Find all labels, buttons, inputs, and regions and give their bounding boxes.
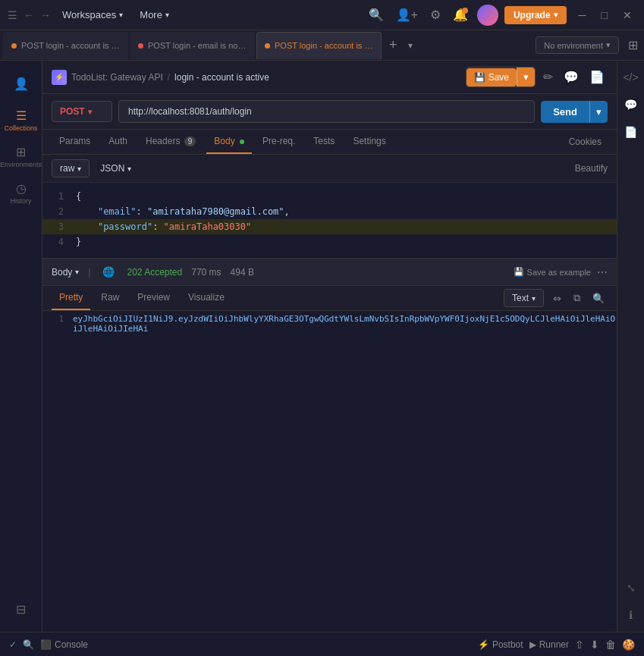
save-button[interactable]: 💾 Save bbox=[467, 68, 517, 86]
comment-button[interactable]: 💬 bbox=[561, 67, 582, 87]
info-button[interactable]: ℹ bbox=[624, 604, 637, 626]
cookie-bottom-button[interactable]: 🍪 bbox=[622, 639, 635, 651]
search-button[interactable]: 🔍 bbox=[366, 5, 387, 25]
settings-button[interactable]: ⚙ bbox=[427, 5, 444, 25]
cookies-button[interactable]: Cookies bbox=[563, 130, 608, 153]
more-chevron-icon: ▾ bbox=[165, 11, 169, 19]
postbot-label: Postbot bbox=[492, 639, 523, 650]
console-button[interactable]: ⬛ Console bbox=[40, 639, 88, 650]
tab-tests[interactable]: Tests bbox=[306, 130, 342, 154]
layout-button[interactable]: ⊞ bbox=[625, 35, 641, 55]
code-line-4: 4 } bbox=[42, 234, 617, 250]
invite-button[interactable]: 👤+ bbox=[393, 5, 421, 25]
docs-button[interactable]: 📄 bbox=[586, 67, 608, 87]
code-button[interactable]: </> bbox=[618, 67, 642, 88]
tab-params-label: Params bbox=[59, 136, 90, 146]
search-response-button[interactable]: 🔍 bbox=[589, 290, 608, 307]
save-example-button[interactable]: 💾 Save as example bbox=[514, 267, 591, 277]
resp-tab-raw[interactable]: Raw bbox=[93, 286, 127, 310]
nav-back-button[interactable]: ← bbox=[23, 9, 35, 21]
save-dropdown-button[interactable]: ▾ bbox=[517, 67, 535, 86]
share-button[interactable]: ⇧ bbox=[575, 639, 584, 651]
resp-tab-preview[interactable]: Preview bbox=[130, 286, 177, 310]
beautify-button[interactable]: Beautify bbox=[575, 163, 608, 174]
upgrade-button[interactable]: Upgrade ▾ bbox=[504, 6, 567, 24]
response-body: 1 eyJhbGciOiJIUzI1NiJ9.eyJzdWIiOiJhbWlyY… bbox=[42, 311, 617, 632]
code-line-1: 1 { bbox=[42, 189, 617, 204]
url-input[interactable] bbox=[118, 100, 535, 123]
copy-response-button[interactable]: ⧉ bbox=[570, 289, 583, 307]
runner-button[interactable]: ▶ Runner bbox=[529, 639, 569, 650]
resp-tab-visualize[interactable]: Visualize bbox=[181, 286, 232, 310]
resp-tab-pretty-label: Pretty bbox=[59, 292, 83, 303]
tab-auth[interactable]: Auth bbox=[101, 130, 135, 154]
nav-forward-button[interactable]: → bbox=[39, 9, 52, 21]
env-label: No environment bbox=[544, 41, 603, 50]
sidebar-item-environments[interactable]: ⊞ Environments bbox=[5, 140, 38, 173]
more-menu-button[interactable]: More ▾ bbox=[134, 6, 175, 24]
save-example-icon: 💾 bbox=[514, 267, 524, 277]
notification-dot bbox=[462, 8, 468, 14]
edit-button[interactable]: ✏ bbox=[540, 67, 556, 87]
tab-1[interactable]: POST login - account is ir... bbox=[3, 32, 128, 59]
save-icon: 💾 bbox=[474, 72, 485, 83]
collections-icon: ☰ bbox=[16, 108, 27, 123]
tab-headers[interactable]: Headers 9 bbox=[138, 130, 203, 154]
sidebar-item-collections[interactable]: ☰ Collections bbox=[5, 103, 38, 137]
resp-tab-pretty[interactable]: Pretty bbox=[52, 286, 90, 310]
code-editor[interactable]: 1 { 2 "email": "amirataha7980@gmail.com"… bbox=[42, 183, 617, 259]
docs-panel-button[interactable]: 📄 bbox=[620, 121, 642, 143]
maximize-button[interactable]: □ bbox=[595, 6, 614, 24]
minimize-button[interactable]: ─ bbox=[573, 6, 592, 24]
tab-3-label: POST login - account is ac... bbox=[275, 41, 373, 50]
tabs-dropdown-button[interactable]: ▾ bbox=[405, 37, 416, 54]
resp-tab-preview-label: Preview bbox=[137, 292, 170, 303]
expand-button[interactable]: ⤡ bbox=[622, 577, 640, 598]
workspace-selector[interactable]: Workspaces ▾ bbox=[56, 6, 129, 24]
tab-2-label: POST login - email is not t... bbox=[148, 41, 247, 50]
status-button[interactable]: ✓ bbox=[9, 639, 17, 650]
send-button[interactable]: Send bbox=[541, 101, 589, 123]
hamburger-menu-icon[interactable]: ☰ bbox=[6, 9, 18, 21]
tab-prereq[interactable]: Pre-req. bbox=[255, 130, 303, 154]
method-chevron-icon: ▾ bbox=[88, 108, 92, 116]
send-dropdown-button[interactable]: ▾ bbox=[589, 101, 608, 123]
response-more-button[interactable]: ⋯ bbox=[597, 266, 608, 278]
body-format-selector[interactable]: JSON ▾ bbox=[96, 160, 136, 177]
globe-icon[interactable]: 🌐 bbox=[99, 263, 118, 281]
avatar[interactable] bbox=[477, 5, 498, 26]
breadcrumb-request: login - account is active bbox=[174, 72, 269, 83]
wrap-button[interactable]: ⇔ bbox=[550, 290, 564, 307]
body-text: Body bbox=[52, 267, 72, 278]
add-tab-button[interactable]: + bbox=[383, 34, 404, 56]
tab-params[interactable]: Params bbox=[52, 130, 98, 154]
bottom-left: ✓ 🔍 ⬛ Console bbox=[9, 639, 88, 650]
postbot-icon: ⚡ bbox=[478, 639, 489, 650]
body-type-selector[interactable]: raw ▾ bbox=[52, 159, 90, 177]
environment-selector[interactable]: No environment ▾ bbox=[536, 36, 619, 54]
bottom-bar: ✓ 🔍 ⬛ Console ⚡ Postbot ▶ Runner ⇧ ⬇ 🗑 🍪 bbox=[0, 632, 644, 656]
close-button[interactable]: ✕ bbox=[617, 6, 638, 24]
response-body-label[interactable]: Body ▾ bbox=[52, 267, 79, 278]
tab-3[interactable]: POST login - account is ac... bbox=[256, 32, 382, 59]
sidebar-item-more[interactable]: ⊟ bbox=[5, 592, 38, 626]
headers-badge: 9 bbox=[184, 137, 196, 146]
search-bottom-button[interactable]: 🔍 bbox=[23, 639, 34, 650]
bottom-right: ⚡ Postbot ▶ Runner ⇧ ⬇ 🗑 🍪 bbox=[478, 639, 635, 651]
sidebar-item-person[interactable]: 👤 bbox=[5, 67, 38, 100]
response-type-selector[interactable]: Text ▾ bbox=[504, 289, 544, 307]
method-selector[interactable]: POST ▾ bbox=[52, 101, 112, 122]
line-content-3: "password": "amiraTaha03030" bbox=[73, 219, 617, 234]
runner-icon: ▶ bbox=[529, 639, 536, 650]
download-button[interactable]: ⬇ bbox=[590, 639, 599, 651]
trash-button[interactable]: 🗑 bbox=[605, 639, 616, 651]
sidebar-item-history[interactable]: ◷ History bbox=[5, 176, 38, 209]
postbot-button[interactable]: ⚡ Postbot bbox=[478, 639, 523, 650]
save-label: Save bbox=[488, 72, 509, 83]
tab-body[interactable]: Body bbox=[206, 130, 252, 154]
tab-settings[interactable]: Settings bbox=[345, 130, 393, 154]
tab-2[interactable]: POST login - email is not t... bbox=[130, 32, 255, 59]
notifications-button[interactable]: 🔔 bbox=[450, 5, 471, 25]
history-icon: ◷ bbox=[16, 181, 27, 196]
ai-button[interactable]: 💬 bbox=[620, 94, 642, 115]
